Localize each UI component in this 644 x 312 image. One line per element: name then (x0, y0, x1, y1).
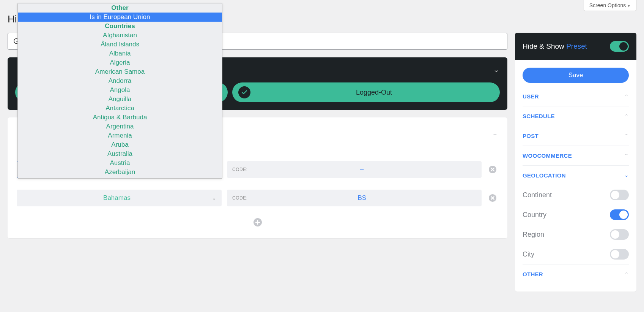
accordion-schedule[interactable]: SCHEDULE ⌃ (523, 106, 629, 126)
accordion-geolocation[interactable]: GEOLOCATION ⌄ (523, 165, 629, 185)
chevron-up-icon: ⌃ (624, 114, 629, 119)
dropdown-option-eu[interactable]: Is in European Union (18, 13, 222, 22)
preset-toggle[interactable] (610, 41, 629, 52)
accordion-label: GEOLOCATION (523, 172, 566, 179)
dropdown-option[interactable]: Angola (18, 86, 222, 95)
chevron-down-icon: ⌄ (624, 173, 629, 178)
dropdown-option[interactable]: Afghanistan (18, 31, 222, 40)
settings-title: Hide & Show Preset (523, 42, 587, 51)
dropdown-option[interactable]: American Samoa (18, 67, 222, 76)
geo-country-row: Country (523, 205, 629, 225)
settings-header: Hide & Show Preset (515, 33, 636, 60)
region-toggle[interactable] (610, 229, 629, 240)
screen-options-button[interactable]: Screen Options (584, 0, 636, 11)
chevron-down-icon[interactable]: ⌄ (492, 130, 498, 137)
geo-continent-row: Continent (523, 185, 629, 205)
city-toggle[interactable] (610, 249, 629, 260)
dropdown-group-countries: Countries (18, 22, 222, 31)
accordion-label: POST (523, 133, 539, 139)
dropdown-option[interactable]: Andorra (18, 76, 222, 86)
sub-label: Region (523, 231, 544, 239)
dropdown-option[interactable]: Azerbaijan (18, 168, 222, 177)
dropdown-option[interactable]: Armenia (18, 131, 222, 140)
rule-row: Bahamas ⌄ CODE: BS (17, 190, 498, 206)
chevron-up-icon: ⌃ (624, 153, 629, 158)
country-toggle[interactable] (610, 209, 629, 220)
dropdown-option[interactable]: Australia (18, 149, 222, 158)
dropdown-option[interactable]: Bahamas (18, 177, 222, 179)
dropdown-option[interactable]: Anguilla (18, 95, 222, 104)
sub-label: Country (523, 211, 546, 219)
code-value: BS (248, 194, 476, 202)
geo-region-row: Region (523, 225, 629, 244)
save-button[interactable]: Save (523, 68, 629, 83)
chevron-down-icon: ⌄ (212, 196, 216, 200)
remove-icon[interactable] (487, 164, 498, 175)
accordion-label: WOOCOMMERCE (523, 152, 572, 159)
remove-icon[interactable] (487, 192, 498, 204)
accordion-post[interactable]: POST ⌃ (523, 126, 629, 146)
code-display-1: CODE: – (227, 161, 482, 178)
add-rule-icon[interactable] (253, 218, 262, 227)
sub-label: Continent (523, 191, 552, 199)
dropdown-option[interactable]: Antigua & Barbuda (18, 113, 222, 122)
sub-label: City (523, 250, 534, 258)
chevron-up-icon: ⌃ (624, 272, 629, 277)
geo-city-row: City (523, 244, 629, 264)
dropdown-option[interactable]: Albania (18, 49, 222, 58)
select-value: Bahamas (22, 194, 212, 202)
code-display-2: CODE: BS (227, 190, 482, 206)
continent-toggle[interactable] (610, 190, 629, 200)
pill-logged-out[interactable]: Logged-Out (232, 82, 500, 102)
dropdown-option[interactable]: Algeria (18, 58, 222, 67)
settings-card: Hide & Show Preset Save USER ⌃ SCHEDULE … (515, 33, 636, 291)
code-label: CODE: (232, 195, 248, 201)
dropdown-option[interactable]: Austria (18, 158, 222, 168)
dropdown-scroll[interactable]: Other Is in European Union Countries Afg… (18, 3, 222, 179)
dropdown-group-other: Other (18, 3, 222, 13)
code-label: CODE: (232, 167, 248, 172)
chevron-up-icon: ⌃ (624, 94, 629, 99)
dropdown-option[interactable]: Aruba (18, 140, 222, 149)
accordion-label: USER (523, 93, 539, 100)
chevron-down-icon[interactable]: ⌄ (493, 67, 500, 73)
check-icon (238, 86, 250, 98)
accordion-user[interactable]: USER ⌃ (523, 87, 629, 106)
accordion-other[interactable]: OTHER ⌃ (523, 264, 629, 284)
country-dropdown[interactable]: Other Is in European Union Countries Afg… (17, 3, 222, 179)
dropdown-option[interactable]: Åland Islands (18, 40, 222, 49)
accordion-woocommerce[interactable]: WOOCOMMERCE ⌃ (523, 146, 629, 165)
dropdown-option[interactable]: Antarctica (18, 104, 222, 113)
accordion-label: OTHER (523, 271, 543, 277)
code-value: – (248, 166, 476, 173)
pill-label: Logged-Out (254, 89, 494, 97)
dropdown-option[interactable]: Argentina (18, 122, 222, 131)
country-select-2[interactable]: Bahamas ⌄ (17, 190, 222, 206)
accordion-label: SCHEDULE (523, 113, 555, 119)
chevron-up-icon: ⌃ (624, 133, 629, 138)
